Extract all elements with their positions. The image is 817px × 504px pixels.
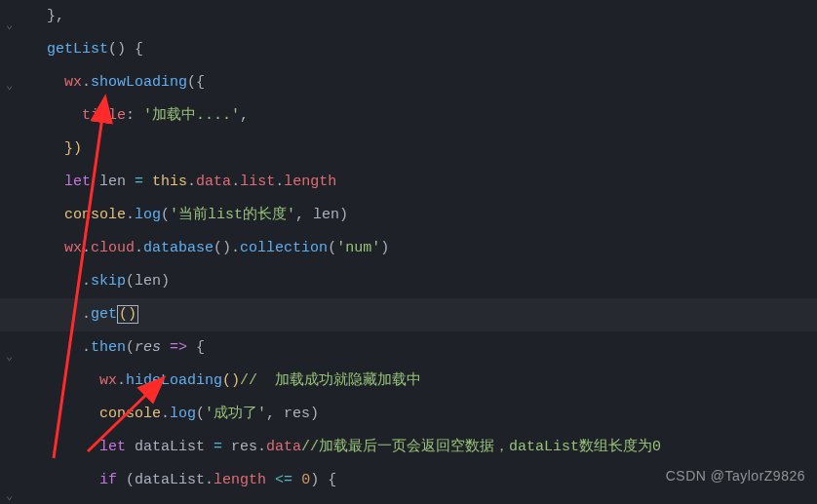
code-line[interactable]: if (dataList.length <= 0) {: [29, 464, 817, 497]
code-line[interactable]: let len = this.data.list.length: [29, 166, 817, 199]
cursor-position: (): [117, 305, 138, 324]
chevron-down-icon[interactable]: ⌄: [6, 480, 13, 504]
code-line[interactable]: title: '加载中....',: [29, 99, 817, 133]
code-line[interactable]: console.log('成功了', res): [29, 398, 817, 431]
code-line-active[interactable]: .get(): [0, 298, 817, 331]
code-line[interactable]: getList() {: [29, 33, 817, 66]
code-line[interactable]: },: [29, 0, 817, 33]
comment: //加载最后一页会返回空数据，dataList数组长度为0: [301, 439, 661, 455]
gutter: ⌄ ⌄ ⌄ ⌄: [0, 0, 24, 497]
comment: // 加载成功就隐藏加载中: [240, 372, 421, 389]
chevron-down-icon[interactable]: ⌄: [6, 9, 13, 42]
code-line[interactable]: .skip(len): [29, 265, 817, 298]
code-line[interactable]: console.log('当前list的长度', len): [29, 199, 817, 232]
code-line[interactable]: }): [29, 133, 817, 166]
code-line[interactable]: wx.showLoading({: [29, 66, 817, 99]
code-line[interactable]: wx.cloud.database().collection('num'): [29, 232, 817, 265]
chevron-down-icon[interactable]: ⌄: [6, 340, 13, 373]
code-line[interactable]: .then(res => {: [29, 331, 817, 365]
code-line[interactable]: wx.hideLoading()// 加载成功就隐藏加载中: [29, 365, 817, 398]
function-name: getList: [47, 41, 108, 58]
code-line[interactable]: let dataList = res.data//加载最后一页会返回空数据，da…: [29, 431, 817, 464]
chevron-down-icon[interactable]: ⌄: [6, 69, 13, 102]
code-editor[interactable]: ⌄ ⌄ ⌄ ⌄ }, getList() { wx.showLoading({ …: [0, 0, 817, 497]
code-text: },: [29, 8, 64, 24]
